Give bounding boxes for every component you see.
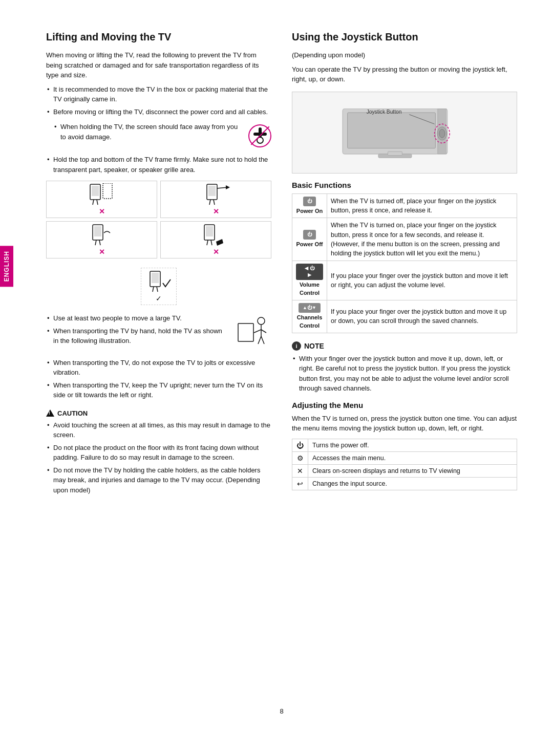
volume-desc: If you place your finger over the joysti… [327,261,517,300]
power-off-cell: ⏻ Power Off [292,218,327,261]
volume-label: VolumeControl [300,282,320,296]
svg-point-38 [439,129,445,138]
power-off-desc: When the TV is turned on, place your fin… [327,218,517,261]
cross-mark: ✕ [213,207,219,215]
cross-mark: ✕ [99,248,105,256]
table-row: ⏻ Turns the power off. [292,439,517,451]
svg-line-31 [258,336,261,344]
volume-cell: ◀ ⏻ ▶ VolumeControl [292,261,327,300]
caution-title: CAUTION [46,409,271,417]
tv-side-svg: Joystick Button [338,102,471,163]
channels-label: ChannelsControl [297,314,323,329]
svg-line-17 [99,240,100,245]
adjusting-menu-title: Adjusting the Menu [292,401,517,409]
note-bullets: With your finger over the joystick butto… [292,354,517,394]
power-on-label: Power On [296,208,323,214]
svg-point-27 [258,317,265,325]
caution-bullets: Avoid touching the screen at all times, … [46,420,271,495]
svg-line-16 [95,240,96,245]
note-label: NOTE [304,342,324,350]
holding-bullet-list: When holding the TV, the screen should f… [53,122,240,144]
svg-rect-26 [238,323,253,341]
illus-cell-2: ✕ [160,181,271,218]
tv-lift-illustrations: ✕ ✕ [46,181,271,258]
left-column: Lifting and Moving the TV When moving or… [46,31,271,692]
illus-cell-4: ✕ [160,221,271,258]
left-intro: When moving or lifting the TV, read the … [46,50,271,80]
left-bullets-2: Hold the top and bottom of the TV frame … [46,155,271,175]
svg-rect-15 [94,226,101,236]
caution-section: CAUTION Avoid touching the screen at all… [46,409,271,495]
svg-line-20 [207,240,208,245]
note-section: i NOTE With your finger over the joystic… [292,341,517,394]
caution-item: Do not place the product on the floor wi… [46,443,271,463]
svg-rect-1 [253,133,267,136]
svg-line-24 [153,287,154,292]
list-item: It is recommended to move the TV in the … [46,84,271,104]
note-item: With your finger over the joystick butto… [292,354,517,394]
depending-text: (Depending upon model) [292,50,517,60]
menu-input-text: Changes the input source. [308,477,517,490]
table-row: ✕ Clears on-screen displays and returns … [292,464,517,477]
svg-rect-23 [152,273,159,283]
carrying-illustration [236,313,271,349]
left-title: Lifting and Moving the TV [46,31,271,43]
basic-functions-title: Basic Functions [292,181,517,189]
svg-rect-35 [348,113,436,148]
right-title: Using the Joystick Button [292,31,517,43]
table-row: ◀ ⏻ ▶ VolumeControl If you place your fi… [292,261,517,300]
svg-rect-9 [208,186,216,196]
svg-line-25 [157,287,158,292]
table-row: ⚙ Accesses the main menu. [292,451,517,464]
moving-bullets: Use at least two people to move a large … [46,313,228,349]
no-touch-icon [248,124,271,147]
svg-line-32 [261,336,264,344]
menu-gear-text: Accesses the main menu. [308,451,517,464]
svg-line-30 [261,330,266,333]
list-item: Hold the top and bottom of the TV frame … [46,155,271,175]
note-title: i NOTE [292,341,517,351]
page: ENGLISH Lifting and Moving the TV When m… [0,0,553,756]
list-item: Before moving or lifting the TV, disconn… [46,107,271,117]
note-icon: i [292,341,301,351]
power-on-desc: When the TV is turned off, place your fi… [327,193,517,218]
svg-rect-4 [92,186,99,196]
table-row: ⏻ Power On When the TV is turned off, pl… [292,193,517,218]
svg-line-29 [254,330,261,333]
caution-triangle-icon [46,409,54,417]
menu-power-icon-cell: ⏻ [292,439,308,451]
svg-line-11 [214,200,215,205]
table-row: ▲⏻▼ ChannelsControl If you place your fi… [292,300,517,333]
menu-input-icon-cell: ↩ [292,477,308,490]
volume-icon: ◀ ⏻ ▶ [296,264,323,280]
menu-gear-icon-cell: ⚙ [292,451,308,464]
caution-item: Avoid touching the screen at all times, … [46,420,271,440]
svg-marker-13 [226,185,230,189]
adjusting-menu-intro: When the TV is turned on, press the joys… [292,414,517,434]
illus-cell-1: ✕ [46,181,157,218]
caution-label: CAUTION [57,409,88,417]
english-tab: ENGLISH [0,246,13,287]
power-on-icon: ⏻ [303,197,316,206]
illus-cell-5: ✓ [141,268,177,305]
check-mark: ✓ [156,294,162,303]
menu-power-text: Turns the power off. [308,439,517,451]
cross-mark: ✕ [213,248,219,256]
list-item: When transporting the TV, do not expose … [46,358,271,378]
list-item: Use at least two people to move a large … [46,313,228,323]
cross-mark: ✕ [99,207,105,215]
svg-text:Joystick Button: Joystick Button [367,109,402,114]
svg-rect-43 [388,152,402,155]
left-bullets: It is recommended to move the TV in the … [46,84,271,117]
illus-cell-3: ✕ [46,221,157,258]
power-on-cell: ⏻ Power On [292,193,327,218]
svg-line-5 [93,200,94,205]
table-row: ⏻ Power Off When the TV is turned on, pl… [292,218,517,261]
joystick-image-area: Joystick Button [292,92,517,174]
svg-line-10 [209,200,210,205]
list-item: When transporting the TV, keep the TV up… [46,380,271,400]
channels-icon: ▲⏻▼ [299,303,321,313]
menu-x-icon-cell: ✕ [292,464,308,477]
power-off-icon: ⏻ [303,230,316,240]
caution-item: Do not move the TV by holding the cable … [46,465,271,495]
